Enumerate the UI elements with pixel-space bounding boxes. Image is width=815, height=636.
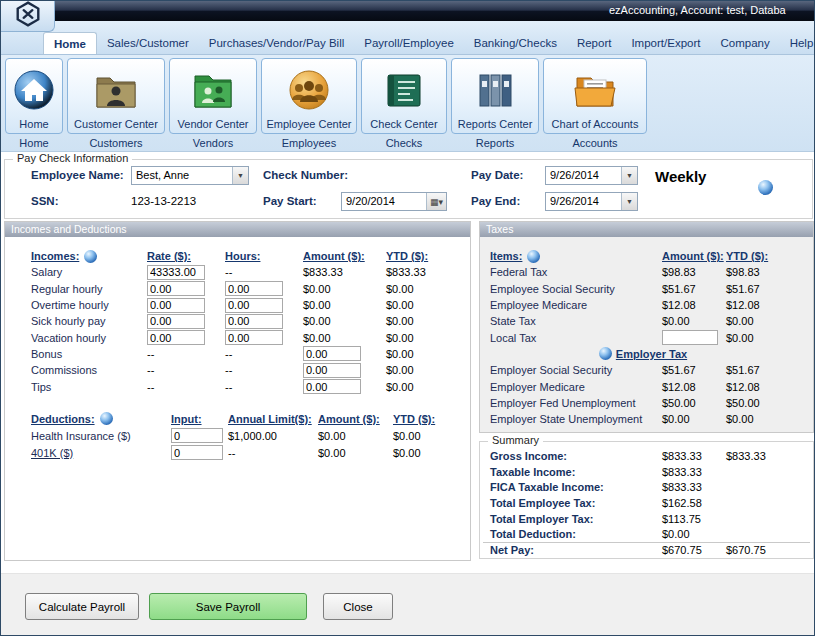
rate-cell: --	[147, 381, 225, 393]
pay-date-select[interactable]: 9/26/2014 ▼	[545, 166, 638, 185]
checkbook-icon	[381, 61, 427, 118]
amount-cell: $98.83	[662, 266, 726, 278]
close-button[interactable]: Close	[323, 593, 393, 620]
amount-cell	[303, 363, 386, 378]
summary-value: $162.58	[662, 497, 726, 509]
pay-end-label: Pay End:	[471, 195, 520, 207]
ytd-cell: $51.67	[726, 364, 796, 376]
toolbar-sublabel-employees[interactable]: Employees	[261, 134, 357, 149]
sick-hourly-rate-input[interactable]	[147, 314, 205, 329]
pay-start-label: Pay Start:	[263, 195, 317, 207]
toolbar-button-reports-center[interactable]: Reports Center	[451, 58, 539, 134]
input-cell	[171, 428, 228, 443]
calculate-payroll-button[interactable]: Calculate Payroll	[25, 593, 139, 620]
ytd-cell: $98.83	[726, 266, 796, 278]
deduction-row-label: 401K ($)	[31, 447, 171, 459]
overtime-hourly-hours-input[interactable]	[225, 298, 283, 313]
help-globe-icon[interactable]	[100, 412, 113, 425]
pay-end-value: 9/26/2014	[546, 193, 621, 210]
ytd-cell: $833.33	[386, 266, 452, 278]
toolbar-sublabel-customers[interactable]: Customers	[67, 134, 165, 149]
ytd-cell: $0.00	[726, 315, 796, 327]
app-logo-icon	[15, 1, 41, 31]
summary-ytd: $833.33	[726, 450, 796, 462]
toolbar-button-label: Vendor Center	[178, 118, 249, 130]
pay-start-date-input[interactable]: 9/20/2014 ▦▾	[341, 192, 447, 211]
toolbar-sublabel-vendors[interactable]: Vendors	[169, 134, 257, 149]
summary-row-label: Taxable Income:	[490, 466, 662, 478]
employee-name-select[interactable]: Best, Anne ▼	[131, 166, 249, 185]
tab-purchases-vendor-pay-bill[interactable]: Purchases/Vendor/Pay Bill	[199, 32, 355, 54]
tab-banking-checks[interactable]: Banking/Checks	[464, 32, 567, 54]
toolbar-button-chart-of-accounts[interactable]: Chart of Accounts	[543, 58, 647, 134]
regular-hourly-hours-input[interactable]	[225, 281, 283, 296]
tab-report[interactable]: Report	[567, 32, 622, 54]
amount-cell: $0.00	[303, 283, 386, 295]
toolbar-button-check-center[interactable]: Check Center	[361, 58, 447, 134]
tab-payroll-employee[interactable]: Payroll/Employee	[354, 32, 463, 54]
chevron-down-icon[interactable]: ▼	[621, 193, 637, 210]
income-row-label: Commissions	[31, 364, 147, 376]
pay-frequency-label: Weekly	[655, 168, 706, 185]
toolbar-sublabel-home[interactable]: Home	[5, 134, 63, 149]
help-globe-icon[interactable]	[758, 180, 773, 195]
help-globe-icon[interactable]	[599, 347, 612, 360]
ytd-header: YTD ($):	[393, 413, 459, 425]
tax-row-label: Employee Medicare	[490, 299, 662, 311]
help-globe-icon[interactable]	[84, 250, 97, 263]
toolbar-sublabel-reports[interactable]: Reports	[451, 134, 539, 149]
ytd-cell: $51.67	[726, 283, 796, 295]
toolbar-button-customer-center[interactable]: Customer Center	[67, 58, 165, 134]
deductions-header-cell: Deductions:	[31, 412, 171, 425]
tab-import-export[interactable]: Import/Export	[621, 32, 710, 54]
bonus-amount-input[interactable]	[303, 346, 361, 361]
chevron-down-icon[interactable]: ▼	[232, 167, 248, 184]
toolbar-sublabel-checks[interactable]: Checks	[361, 134, 447, 149]
health-insurance-input[interactable]	[171, 428, 223, 443]
overtime-hourly-rate-input[interactable]	[147, 298, 205, 313]
sick-hourly-hours-input[interactable]	[225, 314, 283, 329]
401k-input[interactable]	[171, 445, 223, 460]
summary-value: $0.00	[662, 528, 726, 540]
ytd-cell: $0.00	[386, 299, 452, 311]
toolbar-sublabel-accounts[interactable]: Accounts	[543, 134, 647, 149]
chevron-down-icon[interactable]: ▼	[621, 167, 637, 184]
toolbar-button-home[interactable]: Home	[5, 58, 63, 134]
tab-home[interactable]: Home	[43, 32, 97, 54]
toolbar-button-vendor-center[interactable]: Vendor Center	[169, 58, 257, 134]
toolbar-button-employee-center[interactable]: Employee Center	[261, 58, 357, 134]
save-payroll-button[interactable]: Save Payroll	[149, 593, 307, 620]
income-row-label: Bonus	[31, 348, 147, 360]
vacation-hourly-hours-input[interactable]	[225, 330, 283, 345]
income-row-label: Regular hourly	[31, 283, 147, 295]
incomes-deductions-panel: Incomes and Deductions Incomes: Rate ($)…	[4, 221, 471, 561]
tab-help[interactable]: Help	[780, 32, 815, 54]
employer-tax-label: Employer Tax	[616, 348, 687, 360]
ytd-cell: $12.08	[726, 299, 796, 311]
paycheck-info-groupbox: Pay Check Information Employee Name: Bes…	[4, 159, 813, 219]
tax-row-label: Employer Medicare	[490, 381, 662, 393]
ytd-header: YTD ($):	[726, 250, 796, 262]
tab-company[interactable]: Company	[710, 32, 779, 54]
ytd-cell: $0.00	[386, 283, 452, 295]
help-globe-icon[interactable]	[527, 250, 540, 263]
salary-rate-input[interactable]	[147, 265, 205, 280]
amount-cell: $50.00	[662, 397, 726, 409]
tool-reports-center: Reports Center Reports	[451, 58, 539, 149]
tax-row-label: Federal Tax	[490, 266, 662, 278]
customer-folder-icon	[93, 61, 139, 118]
commissions-amount-input[interactable]	[303, 363, 361, 378]
income-row-label: Sick hourly pay	[31, 315, 147, 327]
check-number-input[interactable]	[357, 166, 453, 184]
calendar-dropdown-icon[interactable]: ▦▾	[426, 193, 446, 210]
tips-amount-input[interactable]	[303, 379, 361, 394]
app-logo-button[interactable]	[1, 1, 55, 32]
tab-sales-customer[interactable]: Sales/Customer	[97, 32, 199, 54]
vacation-hourly-rate-input[interactable]	[147, 330, 205, 345]
local-tax-amount-input[interactable]	[662, 330, 718, 345]
summary-value: $113.75	[662, 513, 726, 525]
deductions-table: Deductions: Input: Annual Limit($): Amou…	[31, 410, 459, 461]
amount-header: Amount ($):	[662, 250, 726, 262]
pay-end-select[interactable]: 9/26/2014 ▼	[545, 192, 638, 211]
regular-hourly-rate-input[interactable]	[147, 281, 205, 296]
